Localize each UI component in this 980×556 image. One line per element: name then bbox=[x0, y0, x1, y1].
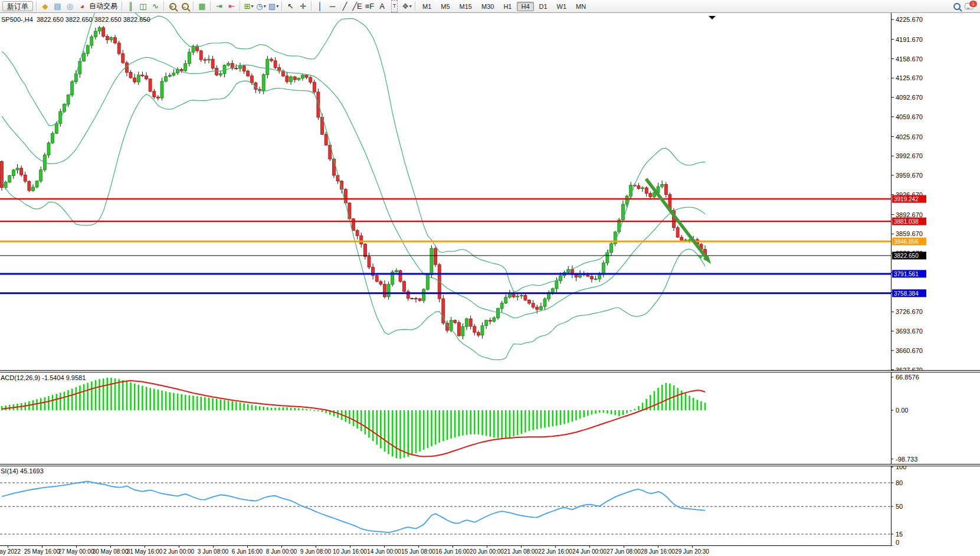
zoom-in-icon[interactable]: + bbox=[166, 1, 179, 12]
macd-pane[interactable]: 66.85760.00-98.733 bbox=[0, 372, 980, 464]
alerts-icon[interactable]: ◎ bbox=[64, 1, 76, 12]
chart-shift-marker[interactable] bbox=[709, 16, 716, 19]
vertical-line-icon[interactable]: │ bbox=[314, 1, 326, 12]
metaeditor-icon[interactable]: ◆ bbox=[39, 1, 51, 12]
search-icon[interactable] bbox=[950, 1, 963, 12]
svg-text:66.8576: 66.8576 bbox=[896, 374, 919, 381]
timeframe-d1[interactable]: D1 bbox=[535, 2, 552, 11]
svg-text:-98.733: -98.733 bbox=[896, 456, 917, 463]
time-label: 27 May 00:00 bbox=[58, 548, 94, 555]
horizontal-line-icon[interactable]: ─ bbox=[326, 1, 339, 12]
timeframe-m5[interactable]: M5 bbox=[437, 2, 454, 11]
time-tick bbox=[247, 546, 248, 548]
timeframe-m1[interactable]: M1 bbox=[418, 2, 435, 11]
time-tick bbox=[624, 546, 624, 548]
time-tick bbox=[521, 546, 522, 548]
time-label: 29 Jun 20:30 bbox=[675, 548, 709, 555]
timeframe-mn[interactable]: MN bbox=[572, 2, 590, 11]
rsi-line bbox=[2, 481, 705, 532]
terminal-icon[interactable]: ▤ bbox=[51, 1, 64, 12]
time-tick bbox=[8, 546, 8, 548]
timeframe-h1[interactable]: H1 bbox=[499, 2, 516, 11]
macd-axis[interactable]: 66.85760.00-98.733 bbox=[891, 374, 919, 463]
svg-text:3892.670: 3892.670 bbox=[896, 211, 923, 218]
trendline-icon[interactable]: ╱ bbox=[339, 1, 351, 12]
svg-text:3660.670: 3660.670 bbox=[896, 347, 923, 354]
toolbar-separator bbox=[415, 1, 416, 11]
time-tick bbox=[316, 546, 316, 548]
channel-icon[interactable]: ╱E bbox=[351, 1, 363, 12]
svg-text:100: 100 bbox=[896, 466, 906, 470]
autotrading-label: 自动交易 bbox=[89, 1, 117, 11]
time-tick bbox=[692, 546, 693, 548]
templates-icon[interactable]: ▨▾ bbox=[267, 1, 280, 12]
timeframe-h4[interactable]: H4 bbox=[517, 2, 533, 11]
time-tick bbox=[589, 546, 590, 548]
time-label: 21 Jun 08:00 bbox=[504, 548, 538, 555]
chart-bars-icon[interactable]: ║ bbox=[124, 1, 137, 12]
zoom-out-icon[interactable]: − bbox=[179, 1, 191, 12]
time-label: 10 Jun 16:00 bbox=[333, 548, 367, 555]
toolbar: 新订单◆▤◎◕自动交易║◫∿+−▦⇥⇤⊞▾◷▾▨▾↖✛│─╱╱E≡FAT❖▾M1… bbox=[0, 0, 980, 13]
timeframe-w1[interactable]: W1 bbox=[553, 2, 571, 11]
time-tick bbox=[110, 546, 111, 548]
new-chart-icon[interactable]: ⊞▾ bbox=[242, 1, 255, 12]
price-axis[interactable]: 4225.6704191.6704158.6704125.6704092.670… bbox=[891, 16, 923, 370]
timeframe-m30[interactable]: M30 bbox=[477, 2, 498, 11]
time-tick bbox=[384, 546, 385, 548]
text-label-icon[interactable]: T bbox=[388, 1, 401, 12]
main-chart-pane[interactable]: 4225.6704191.6704158.6704125.6704092.670… bbox=[0, 13, 980, 370]
time-tick bbox=[555, 546, 556, 548]
time-axis[interactable]: May 202225 May 16:0027 May 00:0030 May 0… bbox=[0, 546, 980, 556]
chart-shift-icon[interactable]: ⇤ bbox=[225, 1, 238, 12]
chart-title: SP500-,H4 3822.650 3822.650 3822.650 382… bbox=[1, 16, 150, 23]
svg-text:3959.670: 3959.670 bbox=[896, 172, 923, 179]
rsi-axis[interactable]: 1008050150 bbox=[891, 466, 906, 546]
svg-text:3693.670: 3693.670 bbox=[896, 328, 923, 335]
time-label: 22 Jun 16:00 bbox=[538, 548, 572, 555]
time-tick bbox=[281, 546, 282, 548]
crosshair-icon[interactable]: ✛ bbox=[297, 1, 309, 12]
toolbar-separator bbox=[311, 1, 312, 11]
arrows-icon[interactable]: ❖▾ bbox=[401, 1, 413, 12]
time-label: 30 May 08:00 bbox=[93, 548, 129, 555]
bollinger-upper-line[interactable] bbox=[2, 13, 705, 292]
time-label: 15 Jun 08:00 bbox=[401, 548, 435, 555]
chart-line-icon[interactable]: ∿ bbox=[149, 1, 162, 12]
svg-text:0.00: 0.00 bbox=[896, 407, 908, 414]
new-order-button[interactable]: 新订单 bbox=[2, 1, 33, 11]
time-label: 2 Jun 00:00 bbox=[163, 548, 194, 555]
svg-text:3791.561: 3791.561 bbox=[894, 271, 919, 277]
toolbar-separator bbox=[193, 1, 194, 11]
tile-windows-icon[interactable]: ▦ bbox=[196, 1, 208, 12]
rsi-pane[interactable]: 1008050150 bbox=[0, 466, 980, 546]
svg-text:50: 50 bbox=[896, 503, 903, 510]
time-tick bbox=[487, 546, 487, 548]
periods-icon[interactable]: ◷▾ bbox=[255, 1, 267, 12]
toolbar-separator bbox=[36, 1, 37, 11]
time-tick bbox=[76, 546, 77, 548]
toolbar-separator bbox=[210, 1, 211, 11]
macd-label: ACD(12,26,9) -1.5404 9.9581 bbox=[1, 374, 86, 381]
autotrading-icon[interactable]: ◕ bbox=[76, 1, 89, 12]
text-icon[interactable]: A bbox=[376, 1, 388, 12]
cursor-icon[interactable]: ↖ bbox=[284, 1, 297, 12]
rsi-label: SI(14) 45.1693 bbox=[1, 467, 44, 475]
mt4-window: 新订单◆▤◎◕自动交易║◫∿+−▦⇥⇤⊞▾◷▾▨▾↖✛│─╱╱E≡FAT❖▾M1… bbox=[0, 0, 980, 556]
chart-candles-icon[interactable]: ◫ bbox=[137, 1, 149, 12]
chat-icon[interactable]: 1 bbox=[963, 1, 975, 12]
candles-layer bbox=[1, 26, 707, 339]
time-label: 31 May 16:00 bbox=[127, 548, 163, 555]
svg-text:4191.670: 4191.670 bbox=[896, 36, 923, 43]
fibonacci-icon[interactable]: ≡F bbox=[363, 1, 376, 12]
time-label: 20 Jun 00:00 bbox=[470, 548, 504, 555]
trend-arrow[interactable] bbox=[646, 179, 706, 257]
svg-text:3758.384: 3758.384 bbox=[894, 290, 919, 297]
auto-scroll-icon[interactable]: ⇥ bbox=[213, 1, 225, 12]
timeframe-m15[interactable]: M15 bbox=[455, 2, 476, 11]
svg-text:3822.650: 3822.650 bbox=[894, 253, 919, 259]
svg-text:3859.670: 3859.670 bbox=[896, 230, 923, 237]
time-label: 28 Jun 16:00 bbox=[641, 548, 675, 555]
svg-text:3726.670: 3726.670 bbox=[896, 308, 923, 315]
svg-text:80: 80 bbox=[896, 479, 903, 486]
